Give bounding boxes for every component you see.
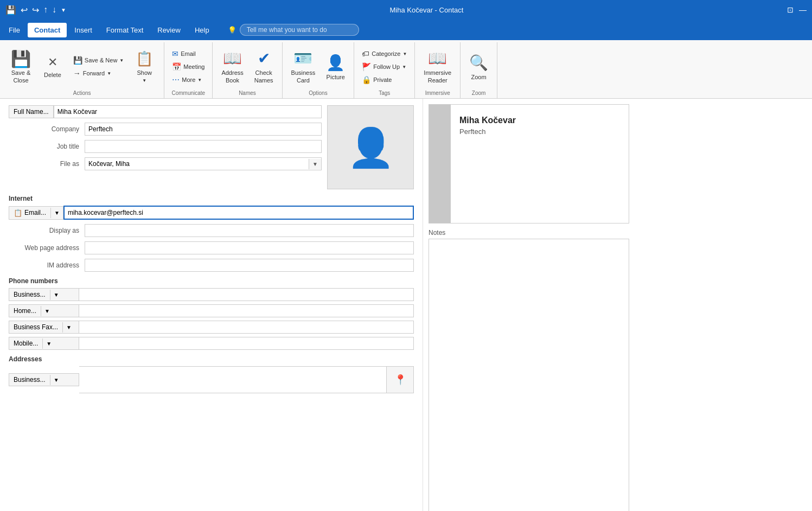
save-new-dropdown[interactable]: ▼ <box>119 58 124 63</box>
restore-icon[interactable]: ⊡ <box>787 5 794 14</box>
mobile-phone-input[interactable] <box>79 337 414 350</box>
forward-label: Forward <box>83 70 105 76</box>
form-area: Full Name... Company Job title File as <box>0 99 423 511</box>
notes-textarea[interactable] <box>429 239 629 511</box>
avatar-icon: 👤 <box>347 129 394 167</box>
addresses-section-header: Addresses <box>9 355 414 363</box>
save-close-button[interactable]: 💾 Save &Close <box>4 47 37 86</box>
save-new-label: Save & New <box>85 57 118 63</box>
file-as-dropdown-arrow[interactable]: ▼ <box>309 159 321 169</box>
business-phone-label: Business... <box>9 289 50 301</box>
business-address-input[interactable] <box>79 366 387 393</box>
email-type-button[interactable]: 📋 Email... <box>9 207 50 219</box>
more-communicate-button[interactable]: ⋯ More ▼ <box>169 74 208 86</box>
communicate-content: ✉ Email 📅 Meeting ⋯ More ▼ <box>169 44 208 89</box>
follow-up-button[interactable]: 🚩 Follow Up ▼ <box>359 61 410 73</box>
job-title-input[interactable] <box>85 140 322 153</box>
fax-phone-label: Business Fax... <box>9 321 62 333</box>
file-as-input[interactable] <box>85 158 309 170</box>
email-btn-label: Email... <box>24 209 46 216</box>
delete-button[interactable]: ✕ Delete <box>40 47 66 86</box>
tell-me-input[interactable] <box>240 24 359 36</box>
company-row: Company <box>9 123 322 136</box>
company-input[interactable] <box>85 123 322 136</box>
card-name: Miha Kočevar <box>459 116 620 125</box>
more-communicate-icon: ⋯ <box>172 75 180 84</box>
fax-phone-arrow[interactable]: ▼ <box>62 322 75 333</box>
web-page-label: Web page address <box>9 244 85 252</box>
home-phone-group: Home... ▼ <box>9 304 79 317</box>
menu-contact[interactable]: Contact <box>28 23 67 37</box>
map-icon[interactable]: 📍 <box>387 366 414 393</box>
options-label: Options <box>309 90 327 96</box>
email-button[interactable]: ✉ Email <box>169 48 208 60</box>
private-label: Private <box>373 76 392 83</box>
more-dropdown-icon[interactable]: ▼ <box>61 7 66 13</box>
show-dropdown[interactable]: ▼ <box>142 78 146 83</box>
phone-mobile-row: Mobile... ▼ <box>9 337 414 350</box>
delete-icon: ✕ <box>48 55 57 69</box>
redo-icon[interactable]: ↪ <box>32 5 39 15</box>
web-page-input[interactable] <box>85 241 414 254</box>
im-address-input[interactable] <box>85 259 414 272</box>
show-button[interactable]: 📋 Show ▼ <box>129 47 159 86</box>
meeting-button[interactable]: 📅 Meeting <box>169 61 208 73</box>
communicate-col: ✉ Email 📅 Meeting ⋯ More ▼ <box>169 48 208 86</box>
immersive-content: 📖 ImmersiveReader <box>419 44 456 89</box>
menu-format-text[interactable]: Format Text <box>100 23 150 37</box>
private-button[interactable]: 🔒 Private <box>359 74 410 86</box>
move-up-icon[interactable]: ↑ <box>43 5 48 15</box>
move-down-icon[interactable]: ↓ <box>52 5 56 15</box>
full-name-input[interactable] <box>54 105 322 118</box>
business-address-arrow[interactable]: ▼ <box>50 375 62 385</box>
address-book-button[interactable]: 📖 AddressBook <box>217 47 247 86</box>
home-phone-arrow[interactable]: ▼ <box>41 306 53 316</box>
immersive-reader-button[interactable]: 📖 ImmersiveReader <box>419 47 456 86</box>
im-address-row: IM address <box>9 259 414 272</box>
options-content: 🪪 BusinessCard 👤 Picture <box>287 44 350 89</box>
job-title-label: Job title <box>9 143 85 150</box>
fax-phone-input[interactable] <box>79 321 414 334</box>
minimize-icon[interactable]: — <box>799 5 807 14</box>
undo-icon[interactable]: ↩ <box>21 5 28 15</box>
menu-file[interactable]: File <box>2 23 27 37</box>
tags-col: 🏷 Categorize ▼ 🚩 Follow Up ▼ 🔒 Private <box>359 48 410 86</box>
save-close-icon: 💾 <box>11 49 31 68</box>
full-name-button[interactable]: Full Name... <box>9 105 54 118</box>
notes-label: Notes <box>429 229 629 237</box>
business-phone-arrow[interactable]: ▼ <box>50 290 62 300</box>
display-as-input[interactable] <box>85 224 414 237</box>
immersive-reader-label: ImmersiveReader <box>424 69 451 84</box>
email-dropdown-arrow[interactable]: ▼ <box>50 208 63 218</box>
immersive-reader-icon: 📖 <box>428 49 447 67</box>
menu-help[interactable]: Help <box>188 23 216 37</box>
forward-dropdown[interactable]: ▼ <box>107 71 111 76</box>
business-card-button[interactable]: 🪪 BusinessCard <box>287 47 320 86</box>
phone-business-row: Business... ▼ <box>9 288 414 301</box>
menu-review[interactable]: Review <box>151 23 187 37</box>
menu-insert[interactable]: Insert <box>68 23 99 37</box>
save-new-button[interactable]: 💾 Save & New ▼ <box>70 54 127 66</box>
picture-button[interactable]: 👤 Picture <box>322 47 349 86</box>
save-icon[interactable]: 💾 <box>5 5 16 15</box>
company-label: Company <box>9 125 85 133</box>
categorize-icon: 🏷 <box>362 49 369 58</box>
full-name-row: Full Name... <box>9 105 322 118</box>
ribbon-group-immersive: 📖 ImmersiveReader Immersive <box>415 42 461 98</box>
categorize-dropdown[interactable]: ▼ <box>402 52 407 56</box>
more-communicate-dropdown[interactable]: ▼ <box>197 78 202 82</box>
email-book-icon: 📋 <box>14 209 22 217</box>
follow-up-dropdown[interactable]: ▼ <box>402 65 406 69</box>
check-names-button[interactable]: ✔ CheckNames <box>250 47 278 86</box>
notes-section: Notes <box>429 229 629 506</box>
categorize-button[interactable]: 🏷 Categorize ▼ <box>359 48 410 60</box>
home-phone-input[interactable] <box>79 304 414 317</box>
forward-button[interactable]: → Forward ▼ <box>70 67 127 79</box>
email-input[interactable] <box>63 206 414 220</box>
mobile-phone-arrow[interactable]: ▼ <box>42 338 55 349</box>
ribbon: 💾 Save &Close ✕ Delete 💾 Save & New ▼ → … <box>0 40 812 99</box>
zoom-button[interactable]: 🔍 Zoom <box>465 47 493 86</box>
ribbon-group-zoom: 🔍 Zoom Zoom <box>461 42 497 98</box>
business-phone-input[interactable] <box>79 288 414 301</box>
email-label: Email <box>181 50 196 57</box>
